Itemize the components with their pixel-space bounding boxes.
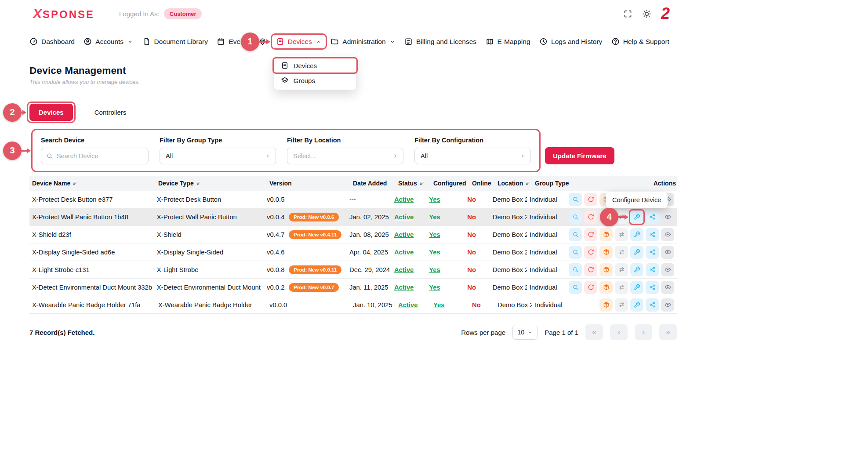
status-value[interactable]: Active bbox=[394, 196, 414, 203]
prev-page-button[interactable]: ‹ bbox=[610, 324, 628, 340]
status-value[interactable]: Active bbox=[398, 301, 418, 308]
action-share-button[interactable] bbox=[646, 281, 659, 294]
action-swap-button[interactable] bbox=[615, 281, 628, 294]
nav-item-events[interactable]: Events bbox=[217, 37, 249, 46]
column-header-status[interactable]: Status bbox=[396, 180, 431, 187]
action-search-button[interactable] bbox=[569, 281, 582, 294]
action-refresh-button[interactable] bbox=[584, 281, 597, 294]
action-share-button[interactable] bbox=[646, 246, 659, 259]
sort-icon[interactable] bbox=[196, 181, 201, 186]
configured-value[interactable]: Yes bbox=[429, 284, 440, 291]
action-cube-button[interactable] bbox=[599, 263, 613, 276]
group-type-select[interactable]: All bbox=[160, 148, 276, 164]
location-select[interactable]: Select... bbox=[287, 148, 403, 164]
action-cube-button[interactable] bbox=[599, 281, 613, 294]
devices-menu-item-groups[interactable]: Groups bbox=[274, 73, 356, 88]
action-cube-button[interactable] bbox=[599, 228, 613, 241]
action-swap-button[interactable] bbox=[615, 228, 628, 241]
configured-value[interactable]: Yes bbox=[433, 301, 445, 308]
action-refresh-button[interactable] bbox=[584, 193, 597, 206]
devices-menu-item-devices[interactable]: Devices bbox=[274, 58, 356, 73]
configured-value[interactable]: Yes bbox=[429, 266, 440, 273]
nav-item-administration[interactable]: Administration bbox=[330, 37, 395, 46]
column-header-device-name[interactable]: Device Name bbox=[29, 180, 156, 187]
nav-item-dashboard[interactable]: Dashboard bbox=[29, 37, 75, 46]
status-value[interactable]: Active bbox=[394, 266, 414, 273]
tab-devices[interactable]: Devices bbox=[29, 104, 73, 121]
action-share-button[interactable] bbox=[646, 298, 659, 312]
configured-value[interactable]: Yes bbox=[429, 249, 440, 256]
cube-icon bbox=[603, 214, 610, 220]
nav-item-billing-and-licenses[interactable]: Billing and Licenses bbox=[404, 37, 476, 46]
chevron-right-icon[interactable] bbox=[387, 148, 403, 164]
action-eye-button[interactable] bbox=[661, 210, 674, 224]
chevron-right-icon[interactable] bbox=[515, 148, 530, 164]
action-cube-button[interactable] bbox=[599, 298, 613, 312]
sort-icon[interactable] bbox=[73, 181, 78, 186]
nav-item-locations[interactable] bbox=[258, 37, 267, 46]
version-cell: v0.4.7Prod: New v0.4.11 bbox=[264, 230, 347, 239]
action-swap-button[interactable] bbox=[615, 263, 628, 276]
action-wrench-button[interactable] bbox=[630, 298, 643, 312]
action-refresh-button[interactable] bbox=[584, 246, 597, 259]
column-header-location[interactable]: Location bbox=[495, 180, 532, 187]
action-search-button[interactable] bbox=[569, 193, 582, 206]
update-firmware-button[interactable]: Update Firmware bbox=[545, 147, 614, 164]
sort-icon[interactable] bbox=[419, 181, 425, 186]
status-value[interactable]: Active bbox=[394, 214, 414, 221]
action-swap-button[interactable] bbox=[615, 246, 628, 259]
nav-item-accounts[interactable]: Accounts bbox=[84, 37, 133, 46]
configured-value[interactable]: Yes bbox=[429, 196, 440, 203]
status-value[interactable]: Active bbox=[394, 284, 414, 291]
search-device-input[interactable] bbox=[57, 152, 143, 160]
action-eye-button[interactable] bbox=[661, 281, 674, 294]
configured-cell: Yes bbox=[431, 301, 469, 308]
nav-item-help-and-support[interactable]: Help & Support bbox=[611, 37, 669, 46]
next-page-button[interactable]: › bbox=[635, 324, 652, 340]
action-eye-button[interactable] bbox=[661, 298, 674, 312]
action-swap-button[interactable] bbox=[615, 210, 628, 224]
action-share-button[interactable] bbox=[646, 210, 659, 224]
action-refresh-button[interactable] bbox=[584, 263, 597, 276]
nav-item-logs-and-history[interactable]: Logs and History bbox=[539, 37, 602, 46]
scan-frame-icon[interactable] bbox=[623, 9, 632, 18]
rows-per-page-select[interactable]: 10 bbox=[512, 325, 538, 340]
action-search-button[interactable] bbox=[569, 246, 582, 259]
xsponse-logo[interactable]: XSPONSE bbox=[33, 6, 94, 21]
action-wrench-button[interactable] bbox=[630, 281, 643, 294]
action-share-button[interactable] bbox=[646, 228, 659, 241]
status-value[interactable]: Active bbox=[394, 249, 414, 256]
nav-item-devices[interactable]: Devices bbox=[276, 37, 322, 46]
version-cell: v0.0.0 bbox=[267, 301, 350, 308]
nav-item-document-library[interactable]: Document Library bbox=[142, 37, 208, 46]
action-cube-button[interactable] bbox=[599, 246, 613, 259]
action-swap-button[interactable] bbox=[615, 298, 628, 312]
chevron-right-icon[interactable] bbox=[260, 148, 276, 164]
action-search-button[interactable] bbox=[569, 228, 582, 241]
column-header-device-type[interactable]: Device Type bbox=[156, 180, 267, 187]
action-search-button[interactable] bbox=[569, 263, 582, 276]
action-refresh-button[interactable] bbox=[584, 228, 597, 241]
action-refresh-button[interactable] bbox=[584, 210, 597, 224]
action-search-button[interactable] bbox=[569, 210, 582, 224]
action-wrench-button[interactable] bbox=[630, 246, 643, 259]
last-page-button[interactable]: » bbox=[659, 324, 677, 340]
nav-item-e-mapping[interactable]: E-Mapping bbox=[486, 37, 530, 46]
version-cell: v0.0.8Prod: New v0.0.11 bbox=[264, 265, 347, 274]
first-page-button[interactable]: « bbox=[585, 324, 603, 340]
action-eye-button[interactable] bbox=[661, 228, 674, 241]
action-cube-button[interactable] bbox=[599, 210, 613, 224]
theme-sun-icon[interactable] bbox=[642, 9, 651, 18]
tab-controllers[interactable]: Controllers bbox=[85, 104, 136, 121]
action-wrench-button[interactable] bbox=[630, 210, 643, 224]
action-eye-button[interactable] bbox=[661, 246, 674, 259]
action-eye-button[interactable] bbox=[661, 263, 674, 276]
action-wrench-button[interactable] bbox=[630, 228, 643, 241]
configuration-select[interactable]: All bbox=[414, 148, 531, 164]
action-wrench-button[interactable] bbox=[630, 263, 643, 276]
action-share-button[interactable] bbox=[646, 263, 659, 276]
configured-value[interactable]: Yes bbox=[429, 231, 440, 238]
status-value[interactable]: Active bbox=[394, 231, 414, 238]
configured-value[interactable]: Yes bbox=[429, 214, 440, 221]
sort-icon[interactable] bbox=[525, 181, 530, 186]
